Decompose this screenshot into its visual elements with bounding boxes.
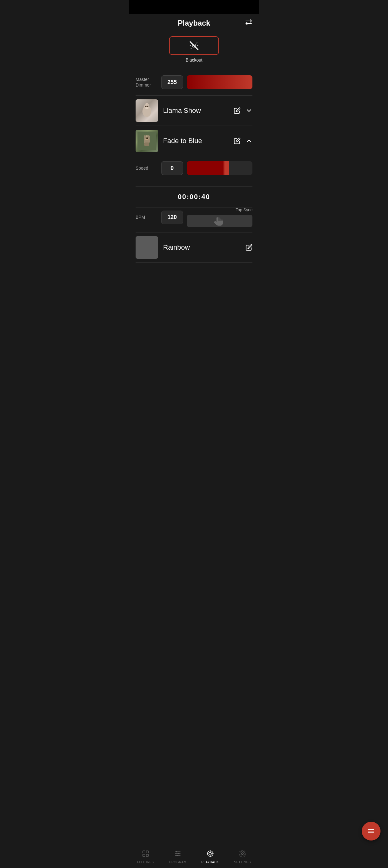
svg-point-15 [147,106,149,107]
llama-thumbnail [136,99,158,122]
tap-sync-button[interactable] [187,215,252,227]
bpm-value[interactable]: 120 [161,211,183,224]
timer-section: 00:00:40 [136,187,252,207]
fade-to-blue-chevron-up[interactable] [246,137,252,144]
blackout-section: Blackout [136,31,252,70]
llama-show-name: Llama Show [163,106,229,115]
blackout-label: Blackout [186,58,202,62]
rainbow-name: Rainbow [163,243,240,251]
dog-thumb-image [137,131,156,150]
speed-section: Speed 0 [136,156,252,186]
svg-point-14 [145,106,147,107]
master-dimmer-value[interactable]: 255 [161,75,183,89]
master-dimmer-slider[interactable] [187,75,252,89]
llama-thumb-image [137,101,156,120]
rainbow-edit-button[interactable] [246,244,252,251]
fade-to-blue-name: Fade to Blue [163,137,229,145]
fade-to-blue-actions [234,137,252,144]
llama-show-chevron-down[interactable] [246,107,252,114]
timer-display: 00:00:40 [178,193,210,201]
main-content: Blackout Master Dimmer 255 Llama Show [129,31,259,288]
playlist-item-llama: Llama Show [136,96,252,126]
speed-value[interactable]: 0 [161,161,183,175]
sun-off-icon [189,41,199,51]
llama-show-edit-button[interactable] [234,107,240,114]
page-header: Playback [129,14,259,31]
status-bar [129,0,259,14]
playlist-item-rainbow: Rainbow [136,232,252,262]
divider-1 [136,70,252,70]
separator-7 [136,262,252,263]
playlist-item-fade: Fade to Blue [136,126,252,156]
svg-point-22 [146,137,147,139]
exchange-icon[interactable] [245,19,252,28]
svg-line-8 [196,42,197,43]
tap-finger-icon [214,215,226,227]
fade-thumbnail [136,130,158,152]
tap-sync-label: Tap Sync [187,208,252,212]
rainbow-thumbnail [136,236,158,259]
bpm-section: BPM 120 Tap Sync [136,208,252,232]
page-title: Playback [178,19,210,28]
speed-label: Speed [136,165,157,171]
bpm-row: BPM 120 Tap Sync [136,208,252,227]
fade-to-blue-edit-button[interactable] [234,137,240,144]
svg-point-16 [146,107,148,109]
llama-show-actions [234,107,252,114]
blackout-button[interactable] [169,36,219,55]
bpm-label: BPM [136,214,157,220]
master-dimmer-label: Master Dimmer [136,76,157,88]
tap-sync-column: Tap Sync [187,208,252,227]
master-dimmer-row: Master Dimmer 255 [136,75,252,89]
svg-point-24 [146,139,148,140]
speed-row: Speed 0 [136,161,252,175]
svg-line-7 [191,48,192,49]
svg-rect-25 [144,143,149,146]
speed-slider[interactable] [187,161,252,175]
rainbow-actions [246,244,252,251]
svg-point-23 [147,137,148,139]
